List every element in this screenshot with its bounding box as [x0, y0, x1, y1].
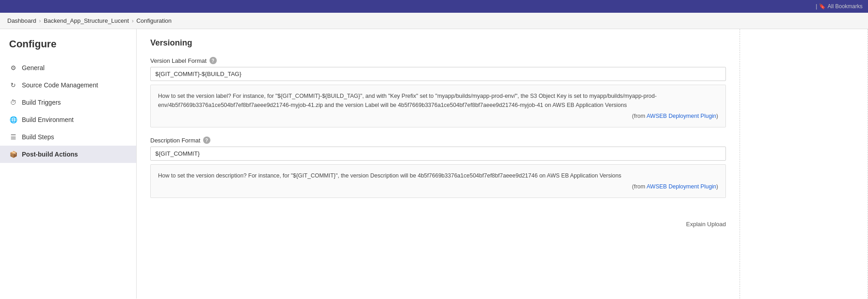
separator: |	[816, 3, 817, 10]
sidebar: Configure ⚙ General ↻ Source Code Manage…	[0, 29, 137, 299]
sidebar-label-post-build: Post-build Actions	[22, 151, 78, 158]
sidebar-item-general[interactable]: ⚙ General	[0, 59, 136, 76]
explain-upload-button[interactable]: Explain Upload	[686, 219, 726, 229]
breadcrumb-current: Configuration	[136, 17, 171, 24]
bookmark-icon: 🔖	[819, 3, 826, 10]
version-label-help-text: How to set the version label? For instan…	[158, 91, 718, 110]
breadcrumb-sep-1: ›	[39, 17, 41, 24]
general-icon: ⚙	[9, 64, 17, 72]
sidebar-label-build-triggers: Build Triggers	[22, 99, 61, 106]
breadcrumb-project[interactable]: Backend_App_Structure_Lucent	[44, 17, 129, 24]
sidebar-item-source-code-management[interactable]: ↻ Source Code Management	[0, 76, 136, 94]
top-bar: | 🔖 All Bookmarks	[0, 0, 868, 13]
description-help-icon[interactable]: ?	[203, 137, 210, 144]
explain-upload-area: Explain Upload	[150, 212, 726, 229]
bookmarks-label: All Bookmarks	[827, 3, 863, 10]
main-layout: Configure ⚙ General ↻ Source Code Manage…	[0, 29, 868, 299]
sidebar-title: Configure	[0, 38, 136, 59]
sidebar-item-build-environment[interactable]: 🌐 Build Environment	[0, 111, 136, 128]
post-build-icon: 📦	[9, 150, 17, 158]
bookmarks-area: | 🔖 All Bookmarks	[816, 3, 863, 10]
sidebar-label-build-steps: Build Steps	[22, 133, 54, 141]
breadcrumb-sep-2: ›	[132, 17, 133, 24]
description-format-form-group: Description Format ? How to set the vers…	[150, 137, 726, 198]
sidebar-item-post-build-actions[interactable]: 📦 Post-build Actions	[0, 146, 136, 163]
sidebar-label-general: General	[22, 64, 45, 71]
description-format-input[interactable]	[150, 147, 726, 161]
version-label-plugin-link[interactable]: AWSEB Deployment Plugin	[647, 113, 716, 119]
build-environment-icon: 🌐	[9, 116, 17, 124]
description-help-box: How to set the version description? For …	[150, 164, 726, 198]
description-label-text: Description Format	[150, 137, 200, 144]
version-label-form-label: Version Label Format ?	[150, 57, 726, 64]
right-panel	[740, 29, 868, 299]
source-code-icon: ↻	[9, 81, 17, 89]
sidebar-item-build-triggers[interactable]: ⏱ Build Triggers	[0, 94, 136, 111]
build-steps-icon: ☰	[9, 133, 17, 141]
description-help-source: (from AWSEB Deployment Plugin)	[158, 182, 718, 191]
breadcrumb: Dashboard › Backend_App_Structure_Lucent…	[0, 13, 868, 29]
description-plugin-link[interactable]: AWSEB Deployment Plugin	[647, 183, 716, 190]
version-label-help-source: (from AWSEB Deployment Plugin)	[158, 111, 718, 121]
build-triggers-icon: ⏱	[9, 98, 17, 106]
sidebar-item-build-steps[interactable]: ☰ Build Steps	[0, 128, 136, 146]
sidebar-label-source-code: Source Code Management	[22, 81, 98, 89]
description-help-text: How to set the version description? For …	[158, 171, 718, 180]
version-label-text: Version Label Format	[150, 57, 207, 64]
description-format-label: Description Format ?	[150, 137, 726, 144]
sidebar-label-build-environment: Build Environment	[22, 116, 74, 123]
section-title: Versioning	[150, 38, 726, 48]
version-label-help-icon[interactable]: ?	[209, 57, 217, 64]
version-label-form-group: Version Label Format ? How to set the ve…	[150, 57, 726, 127]
content-area: Versioning Version Label Format ? How to…	[137, 29, 740, 299]
breadcrumb-dashboard[interactable]: Dashboard	[7, 17, 36, 24]
version-label-input[interactable]	[150, 67, 726, 81]
version-label-help-box: How to set the version label? For instan…	[150, 85, 726, 127]
